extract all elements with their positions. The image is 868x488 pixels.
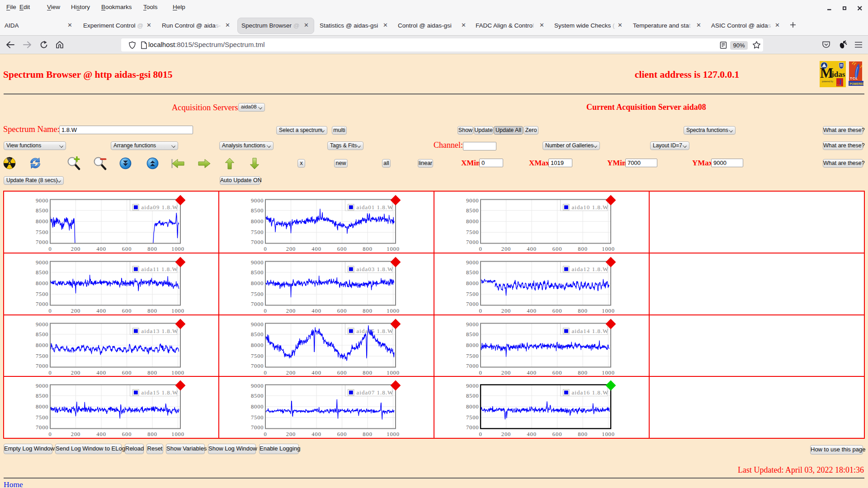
svg-text:1000: 1000 [602, 307, 615, 314]
svg-text:800: 800 [147, 431, 157, 437]
svg-text:aida15 1.8.W: aida15 1.8.W [142, 389, 179, 396]
svg-text:0: 0 [48, 307, 52, 314]
svg-text:7500: 7500 [251, 229, 264, 235]
svg-text:7500: 7500 [36, 353, 49, 359]
svg-text:800: 800 [363, 431, 372, 437]
svg-text:800: 800 [363, 307, 372, 314]
svg-text:1000: 1000 [171, 431, 184, 437]
svg-text:200: 200 [71, 307, 80, 314]
svg-text:powered by: powered by [822, 80, 833, 83]
svg-text:0: 0 [479, 246, 482, 252]
svg-text:8000: 8000 [251, 404, 264, 410]
svg-text:8500: 8500 [466, 393, 479, 399]
svg-text:200: 200 [501, 431, 511, 437]
svg-text:600: 600 [337, 431, 347, 437]
svg-text:M: M [820, 65, 833, 81]
svg-text:600: 600 [122, 246, 132, 252]
svg-text:9000: 9000 [251, 383, 264, 389]
svg-text:aida11 1.8.W: aida11 1.8.W [142, 265, 178, 272]
svg-text:8500: 8500 [36, 393, 49, 399]
svg-text:400: 400 [96, 431, 106, 437]
svg-text:7500: 7500 [466, 229, 479, 235]
svg-text:7000: 7000 [36, 301, 49, 307]
svg-text:8000: 8000 [251, 342, 264, 348]
svg-text:600: 600 [337, 307, 347, 314]
svg-text:200: 200 [286, 369, 296, 375]
svg-text:1000: 1000 [171, 369, 184, 375]
svg-text:200: 200 [501, 246, 511, 252]
svg-text:0: 0 [48, 369, 52, 375]
svg-text:0: 0 [264, 431, 267, 437]
svg-text:7000: 7000 [36, 239, 49, 245]
svg-text:1000: 1000 [602, 431, 615, 437]
svg-text:0: 0 [48, 431, 52, 437]
svg-text:0: 0 [264, 307, 267, 314]
svg-text:aida14 1.8.W: aida14 1.8.W [572, 327, 609, 334]
svg-text:aida01 1.8.W: aida01 1.8.W [357, 204, 394, 211]
svg-text:8500: 8500 [36, 269, 49, 276]
svg-text:aida05 1.8.W: aida05 1.8.W [357, 327, 394, 334]
svg-text:aida13 1.8.W: aida13 1.8.W [142, 327, 179, 334]
svg-text:aida10 1.8.W: aida10 1.8.W [572, 204, 609, 211]
svg-text:800: 800 [578, 369, 587, 375]
svg-text:400: 400 [527, 307, 536, 314]
svg-text:600: 600 [122, 307, 132, 314]
svg-text:8500: 8500 [251, 207, 264, 214]
svg-text:400: 400 [311, 307, 321, 314]
svg-text:1000: 1000 [171, 307, 184, 314]
svg-text:200: 200 [501, 369, 511, 375]
svg-text:7000: 7000 [251, 363, 264, 369]
svg-text:7500: 7500 [466, 415, 479, 421]
svg-text:400: 400 [527, 246, 536, 252]
svg-text:aida03 1.8.W: aida03 1.8.W [357, 265, 394, 272]
svg-text:8000: 8000 [466, 342, 479, 348]
svg-text:400: 400 [527, 369, 536, 375]
svg-text:8500: 8500 [36, 207, 49, 214]
svg-text:1000: 1000 [387, 431, 400, 437]
svg-text:1000: 1000 [602, 246, 615, 252]
svg-text:8500: 8500 [36, 331, 49, 337]
svg-text:7500: 7500 [466, 353, 479, 359]
svg-text:8000: 8000 [36, 218, 49, 225]
svg-text:9000: 9000 [251, 197, 264, 204]
svg-text:400: 400 [527, 431, 536, 437]
svg-text:400: 400 [96, 307, 106, 314]
svg-text:9000: 9000 [251, 321, 264, 327]
svg-text:8000: 8000 [466, 404, 479, 410]
svg-text:7500: 7500 [36, 415, 49, 421]
svg-text:600: 600 [337, 246, 347, 252]
svg-text:1000: 1000 [387, 369, 400, 375]
svg-text:600: 600 [552, 369, 562, 375]
svg-text:1000: 1000 [171, 246, 184, 252]
svg-text:8000: 8000 [251, 280, 264, 286]
svg-text:0: 0 [479, 307, 482, 314]
svg-text:0: 0 [48, 246, 52, 252]
svg-text:200: 200 [71, 369, 80, 375]
svg-text:8000: 8000 [36, 404, 49, 410]
svg-text:7500: 7500 [36, 291, 49, 297]
svg-text:800: 800 [147, 246, 157, 252]
svg-text:7500: 7500 [251, 353, 264, 359]
svg-text:8500: 8500 [251, 331, 264, 337]
svg-text:0: 0 [264, 246, 267, 252]
svg-text:7500: 7500 [466, 291, 479, 297]
svg-text:8000: 8000 [251, 218, 264, 225]
svg-text:aida16 1.8.W: aida16 1.8.W [572, 389, 609, 396]
svg-text:800: 800 [578, 307, 587, 314]
svg-text:aida07 1.8.W: aida07 1.8.W [357, 389, 394, 396]
svg-text:7000: 7000 [251, 425, 264, 431]
svg-text:9000: 9000 [251, 259, 264, 266]
svg-text:800: 800 [578, 431, 587, 437]
svg-text:200: 200 [71, 431, 80, 437]
svg-text:9000: 9000 [466, 197, 479, 204]
svg-text:8000: 8000 [466, 280, 479, 286]
svg-text:8000: 8000 [466, 218, 479, 225]
svg-text:aida12 1.8.W: aida12 1.8.W [572, 265, 609, 272]
svg-text:8500: 8500 [251, 393, 264, 399]
svg-text:7000: 7000 [466, 301, 479, 307]
svg-text:600: 600 [552, 431, 562, 437]
svg-text:400: 400 [96, 369, 106, 375]
svg-text:7000: 7000 [36, 425, 49, 431]
svg-text:600: 600 [122, 369, 132, 375]
svg-text:9000: 9000 [466, 259, 479, 266]
